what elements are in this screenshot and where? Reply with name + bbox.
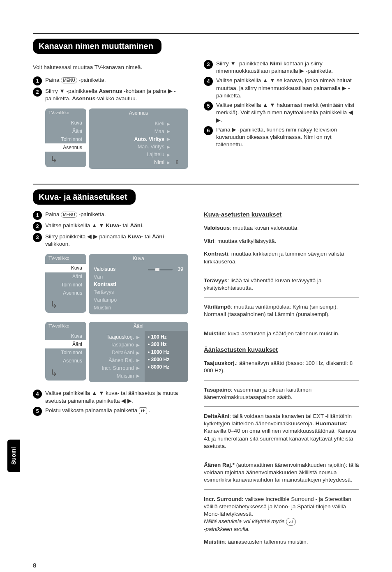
osd-row: Värilämpö — [94, 297, 183, 304]
text: Paina — [45, 211, 61, 217]
triangle-right-icon: ▶ — [167, 160, 171, 166]
osd-left-item: Ääni — [45, 272, 86, 281]
step-2: 2 Siirry ▼ -painikkeella Asennus -kohtaa… — [33, 88, 188, 102]
up-down-arrow-icon: ▲ ▼ — [263, 77, 275, 83]
text: . — [221, 117, 222, 123]
right-arrow-icon: ▶ — [342, 85, 346, 91]
step-badge: 2 — [33, 88, 42, 97]
right-arrow-icon: ▶ — [300, 68, 304, 74]
osd-left-head: TV-valikko — [45, 254, 86, 263]
text: Paina — [45, 77, 61, 83]
desc-item: Äänen Raj.* (automaattinen äänenvoimakku… — [204, 461, 359, 484]
osd-hz: • 8000 Hz — [148, 363, 185, 371]
separator — [204, 343, 359, 343]
text: Ääni — [130, 222, 142, 228]
text: Asennus — [72, 95, 95, 101]
osd-left-item: Asennus — [45, 289, 86, 297]
desc-item: DeltaÄäni: tällä voidaan tasata kanavien… — [204, 413, 359, 450]
step-badge: 6 — [204, 126, 213, 135]
osd-left-head: TV-valikko — [45, 108, 86, 117]
desc-item: Taajuuskorj.: äänensävyn säätö (basso: 1… — [204, 360, 359, 374]
triangle-right-icon: ▶ — [167, 121, 171, 127]
separator — [204, 489, 359, 490]
step-3: 3 Siirry ▼ -painikkeella Nimi-kohtaan ja… — [204, 60, 359, 75]
osd-row: Maa — [94, 128, 167, 135]
left-right-arrow-icon: ◀ ▶ — [121, 398, 132, 404]
step-badge: 5 — [204, 101, 213, 111]
osd-left-item: Asennus — [45, 357, 86, 365]
text: -painikkeella — [65, 88, 99, 94]
sound-icon: ♪♪ — [286, 518, 296, 525]
separator — [204, 406, 359, 407]
slider-icon — [148, 268, 173, 270]
osd-row: Terävyys — [94, 289, 183, 296]
osd-hz: • 1000 Hz — [148, 348, 185, 356]
text: Nimi — [270, 60, 281, 67]
osd-row: Väri — [94, 274, 183, 281]
language-tab: Suomi — [7, 440, 20, 472]
osd-hz: • 300 Hz — [148, 341, 185, 348]
text: -painiketta. — [304, 68, 333, 74]
osd-left-item: Ääni — [45, 127, 86, 135]
text: Siirry — [216, 60, 231, 67]
separator — [204, 456, 359, 456]
menu-icon: MENU — [61, 77, 77, 84]
step-5b: 5 Poistu valikosta painamalla painiketta… — [33, 407, 188, 416]
text: Siirry — [45, 88, 60, 94]
down-arrow-icon: ▼ — [60, 88, 65, 94]
step-badge: 4 — [204, 77, 213, 86]
text: Ääni — [152, 233, 164, 240]
osd-row: DeltaÄäni — [93, 349, 136, 356]
aani-desc-head: Ääniasetusten kuvaukset — [204, 346, 359, 354]
down-arrow-icon: ▼ — [231, 60, 236, 67]
triangle-right-icon: ▶ — [136, 365, 141, 371]
triangle-right-icon: ▶ — [167, 136, 171, 142]
page-number: 8 — [33, 561, 359, 570]
separator — [204, 298, 359, 298]
step-5: 5 Valitse painikkeilla ▲ ▼ haluamasi mer… — [204, 101, 359, 124]
text: -kohtaan ja paina — [122, 88, 168, 94]
osd-asennus: TV-valikko Kuva Ääni Toiminnot Asennus ↳… — [45, 108, 188, 169]
svg-rect-0 — [148, 269, 173, 270]
text: Siirry painikkeita — [45, 233, 87, 240]
triangle-right-icon: ▶ — [136, 334, 141, 340]
desc-item: Värilämpö: muuttaa värilämpötilaa: Kylmä… — [204, 303, 359, 318]
text: Valitse painikkeilla — [45, 390, 92, 396]
section2-right: Kuva-asetusten kuvaukset Valoisuus: muut… — [204, 209, 359, 551]
step-badge: 1 — [33, 211, 42, 220]
triangle-right-icon: ▶ — [167, 152, 171, 158]
osd-left-item: Toiminnot — [45, 281, 86, 289]
osd-row: Muistiin — [94, 304, 183, 311]
desc-item: Terävyys: lisää tai vähentää kuvan teräv… — [204, 277, 359, 292]
text: Kuva- — [106, 222, 121, 228]
osd-kuva: TV-valikko Kuva Ääni Toiminnot Asennus ↳… — [45, 254, 188, 314]
text: Valitse painikkeilla — [216, 102, 263, 108]
text: . — [142, 222, 144, 228]
text: Kuva- — [128, 233, 143, 240]
osd-value: 8 — [171, 159, 183, 166]
osd-right-head: Asennus — [89, 108, 188, 118]
section1-left: Voit halutessasi muuttaa TV-kanavan nime… — [33, 58, 188, 176]
osd-left-item: Toiminnot — [45, 135, 86, 143]
text: painamalla — [98, 233, 128, 240]
osd-row: Auto. Viritys — [94, 136, 167, 143]
step-6: 6 Paina ▶ -painiketta, kunnes nimi näkyy… — [204, 126, 359, 149]
left-right-arrow-icon: ◀ ▶ — [87, 233, 98, 240]
osd-left-head: TV-valikko — [45, 322, 86, 330]
step-badge: 2 — [33, 222, 42, 231]
text: -painiketta. — [79, 77, 106, 83]
right-arrow-icon: ▶ — [168, 88, 173, 94]
section2-left: 1 Paina MENU -painiketta. 2 Valitse pain… — [33, 209, 188, 551]
osd-row: Man. Viritys — [94, 143, 167, 150]
text: Asennus — [99, 88, 122, 94]
osd-hz: • 100 Hz — [148, 333, 185, 341]
osd-left-item: Kuva — [45, 119, 86, 127]
text: tai — [143, 233, 152, 240]
step-badge: 3 — [33, 233, 42, 242]
osd-row: Incr. Surround — [93, 365, 136, 372]
osd-row: Äänen Raj. — [93, 357, 136, 364]
triangle-right-icon: ▶ — [136, 358, 141, 363]
osd-left-item: Toiminnot — [45, 348, 86, 357]
osd-row: Nimi — [94, 159, 167, 166]
step-badge: 1 — [33, 76, 42, 85]
